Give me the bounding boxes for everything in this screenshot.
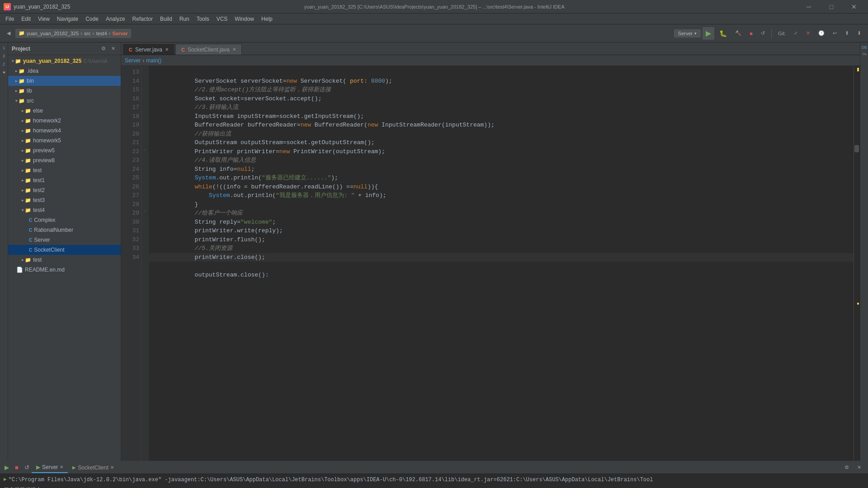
root-label: yuan_yuan_20182_325: [23, 58, 81, 64]
editor-tabs: C Server.java ✕ C SocketClient.java ✕: [121, 42, 860, 55]
tree-test[interactable]: 📁 test: [8, 165, 121, 175]
menu-code[interactable]: Code: [82, 14, 102, 24]
run-config-selector[interactable]: Server ▾: [674, 29, 701, 38]
build-button[interactable]: 🔨: [732, 27, 745, 40]
sidebar-icon-1[interactable]: 1: [0, 44, 8, 52]
git-revert-button[interactable]: ↩: [830, 27, 840, 40]
tree-test-bottom[interactable]: 📁 test: [8, 255, 121, 265]
test4-folder-icon: 📁: [25, 207, 31, 213]
tree-prev8[interactable]: 📁 preview8: [8, 155, 121, 165]
bottom-tab-server[interactable]: ▶ Server ✕: [32, 462, 68, 473]
tree-test3[interactable]: 📁 test3: [8, 195, 121, 205]
scrollbar-area[interactable]: [854, 66, 860, 461]
git-check-button[interactable]: ✓: [791, 27, 801, 40]
tree-hw5[interactable]: 📁 homework5: [8, 136, 121, 145]
breadcrumb-project: yuan_yuan_20182_325: [27, 31, 79, 36]
breadcrumb-nav[interactable]: 📁 yuan_yuan_20182_325 › src › test4 › Se…: [15, 29, 131, 38]
menu-tools[interactable]: Tools: [193, 14, 213, 24]
git-commit-button[interactable]: Git:: [775, 27, 789, 40]
git-x-button[interactable]: ✕: [803, 27, 813, 40]
run-button[interactable]: ▶: [703, 27, 714, 40]
menu-file[interactable]: File: [2, 14, 18, 24]
breadcrumb-server[interactable]: Server: [125, 57, 141, 64]
left-sidebar-icons: 1 2 Z ★: [0, 42, 8, 461]
menu-window[interactable]: Window: [231, 14, 258, 24]
tree-prev5[interactable]: 📁 preview5: [8, 145, 121, 155]
menu-build[interactable]: Build: [156, 14, 176, 24]
breadcrumb-main[interactable]: main(): [146, 57, 161, 64]
tree-src[interactable]: 📁 src: [8, 96, 121, 106]
close-button[interactable]: ✕: [844, 0, 864, 14]
output-line-2: 服务器已经建立......: [4, 486, 864, 488]
tree-readme[interactable]: 📄 README.en.md: [8, 265, 121, 275]
server-java-icon: C: [29, 238, 32, 243]
bottom-close-button[interactable]: ✕: [854, 463, 864, 472]
ant-icon[interactable]: 🐜: [861, 51, 868, 57]
else-label: else: [33, 108, 43, 114]
run-rerun-button[interactable]: ↺: [22, 463, 32, 473]
fold-marker-25[interactable]: ○: [143, 147, 146, 152]
tree-complex[interactable]: C Complex: [8, 215, 121, 225]
run-stop-button[interactable]: ■: [12, 463, 22, 473]
code-editor[interactable]: ServerSocket serverSocket=new ServerSock…: [149, 66, 860, 461]
database-icon[interactable]: DB: [861, 44, 868, 51]
scrollbar-thumb[interactable]: [854, 145, 859, 152]
tree-rational[interactable]: C RationalNumber: [8, 225, 121, 235]
hw4-folder-icon: 📁: [25, 128, 31, 134]
favorites-icon[interactable]: ★: [0, 69, 8, 76]
socket-tab-close-bottom[interactable]: ✕: [110, 465, 114, 470]
tree-else[interactable]: 📁 else: [8, 106, 121, 116]
stop-button[interactable]: ■: [746, 27, 756, 40]
server-tab-close-bottom[interactable]: ✕: [60, 465, 63, 469]
tab-server[interactable]: C Server.java ✕: [123, 44, 175, 55]
tree-lib[interactable]: 📁 lib: [8, 86, 121, 96]
tree-test2[interactable]: 📁 test2: [8, 185, 121, 195]
menu-view[interactable]: View: [34, 14, 53, 24]
tree-idea[interactable]: 📁 .idea: [8, 66, 121, 76]
window-controls: ─ □ ✕: [798, 0, 864, 14]
minimize-button[interactable]: ─: [798, 0, 819, 14]
socket-tab-icon: C: [181, 47, 185, 52]
server-tab-close[interactable]: ✕: [165, 47, 169, 52]
tree-hw2[interactable]: 📁 homework2: [8, 116, 121, 126]
socket-tab-label: SocketClient.java: [188, 47, 230, 53]
menu-refactor[interactable]: Refactor: [129, 14, 156, 24]
tree-test4[interactable]: 📁 test4: [8, 205, 121, 215]
git-history-button[interactable]: 🕐: [815, 27, 828, 40]
menu-navigate[interactable]: Navigate: [53, 14, 82, 24]
tree-socketclient[interactable]: C SocketClient: [8, 245, 121, 255]
structure-icon[interactable]: Z: [0, 61, 8, 68]
menu-run[interactable]: Run: [176, 14, 193, 24]
menu-analyze[interactable]: Analyze: [102, 14, 129, 24]
idea-label: .idea: [27, 68, 38, 74]
debug-button[interactable]: 🐛: [716, 27, 730, 40]
menu-help[interactable]: Help: [258, 14, 276, 24]
bottom-settings-button[interactable]: ⚙: [841, 463, 852, 472]
tree-bin[interactable]: 📁 bin: [8, 76, 121, 86]
sidebar-icon-2[interactable]: 2: [0, 52, 8, 60]
maximize-button[interactable]: □: [821, 0, 842, 14]
tree-hw4[interactable]: 📁 homework4: [8, 126, 121, 136]
back-button[interactable]: ◀: [4, 27, 14, 40]
fold-marker-33[interactable]: ○: [143, 208, 146, 213]
test3-folder-icon: 📁: [25, 197, 31, 203]
git-pull-button[interactable]: ⬇: [854, 27, 864, 40]
tree-root[interactable]: 📁 yuan_yuan_20182_325 C:\Users\A: [8, 56, 121, 66]
menu-vcs[interactable]: VCS: [213, 14, 231, 24]
reload-button[interactable]: ↺: [758, 27, 768, 40]
run-output: ▶ "C:\Program Files\Java\jdk-12.0.2\bin\…: [0, 474, 868, 488]
project-close-button[interactable]: ✕: [109, 44, 117, 53]
tree-test1[interactable]: 📁 test1: [8, 175, 121, 185]
tree-server[interactable]: C Server: [8, 235, 121, 245]
menu-edit[interactable]: Edit: [18, 14, 34, 24]
socket-tab-close[interactable]: ✕: [232, 47, 236, 52]
socket-label: SocketClient: [34, 247, 64, 253]
breadcrumb-test4: test4: [96, 31, 107, 36]
git-push-button[interactable]: ⬆: [842, 27, 852, 40]
server-tab-icon: C: [129, 47, 132, 52]
bottom-tab-socketclient[interactable]: ▶ SocketClient ✕: [68, 462, 118, 473]
bottom-tab-socket-label: SocketClient: [78, 465, 108, 471]
tab-socketclient[interactable]: C SocketClient.java ✕: [175, 44, 242, 55]
project-options-button[interactable]: ⚙: [99, 44, 108, 53]
run-play-button[interactable]: ▶: [2, 463, 12, 473]
